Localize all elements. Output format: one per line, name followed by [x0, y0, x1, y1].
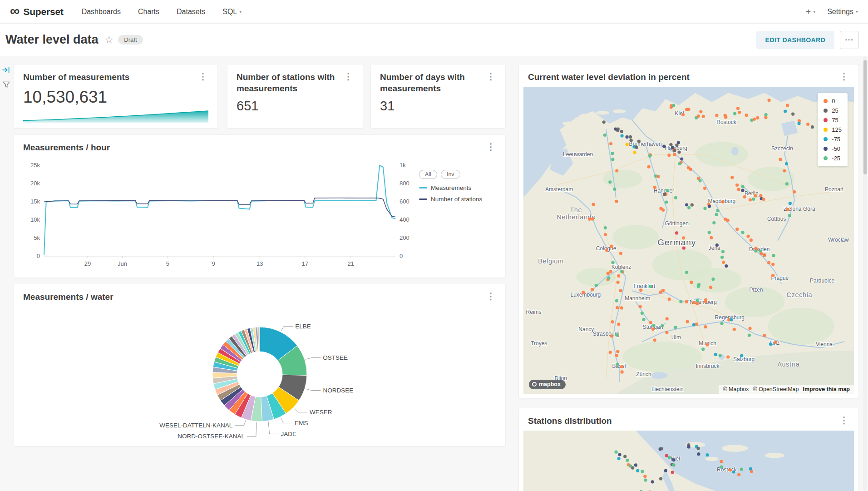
nav-dashboards[interactable]: Dashboards	[82, 8, 121, 16]
chart-title: Measurements / water	[23, 292, 113, 303]
map-attribution: © Mapbox © OpenStreetMap Improve this ma…	[719, 385, 854, 394]
map-label: Poznań	[825, 186, 843, 193]
scrollbar-thumb[interactable]	[863, 60, 867, 174]
nav-charts[interactable]: Charts	[138, 8, 159, 16]
station-dot	[697, 452, 700, 456]
edit-dashboard-button[interactable]: EDIT DASHBOARD	[756, 31, 834, 49]
station-dot	[616, 362, 619, 366]
water-chart-canvas: ELBEOSTSEENORDSEEWESEREMSJADENORD-OSTSEE…	[23, 307, 496, 442]
map-label: Plzeň	[749, 287, 763, 293]
station-dot	[672, 104, 675, 107]
station-dot	[721, 200, 725, 203]
station-dot	[678, 162, 681, 165]
station-dot	[740, 354, 743, 357]
map-label: Czechia	[787, 291, 813, 298]
map-label: Reims	[526, 309, 542, 315]
legend-all-button[interactable]: All	[419, 170, 437, 179]
map-label: Zürich	[636, 371, 651, 377]
map-label: Liechtenstein	[651, 386, 684, 392]
station-dot	[743, 195, 746, 198]
settings-menu[interactable]: Settings ▾	[827, 8, 858, 16]
plus-icon: +	[806, 7, 811, 16]
legend-swatch	[824, 109, 828, 113]
stations-map-canvas[interactable]: KielRostock	[523, 431, 854, 491]
station-dot	[771, 263, 774, 266]
station-dot	[720, 322, 723, 325]
card-measurements-per-hour: Measurements / hour ⋮ 05k10k15k20k25k020…	[14, 134, 506, 278]
station-dot	[696, 446, 700, 450]
station-dot	[649, 285, 652, 288]
deviation-map-canvas[interactable]: LeeuwardenAmsterdamTheNetherlandsBremerh…	[523, 87, 854, 394]
svg-text:5: 5	[166, 260, 169, 267]
station-dot	[660, 447, 663, 450]
legend-swatch	[824, 156, 828, 160]
map-label: Rostock	[716, 119, 736, 125]
station-dot	[715, 213, 718, 216]
station-dot	[611, 320, 614, 323]
pie-label-nordsee: NORDSEE	[323, 387, 353, 394]
station-dot	[609, 351, 612, 354]
station-dot	[685, 300, 688, 303]
station-dot	[699, 179, 702, 182]
station-dot	[661, 208, 665, 211]
station-dot	[692, 301, 695, 304]
station-dot	[721, 250, 725, 253]
superset-logo[interactable]: ∞ Superset	[10, 5, 64, 19]
station-dot	[745, 114, 748, 117]
mapbox-logo[interactable]: mapbox	[529, 380, 566, 389]
station-dot	[623, 455, 626, 458]
station-dot	[708, 204, 711, 208]
improve-map-link[interactable]: Improve this map	[803, 386, 850, 392]
legend-item-number-of-stations[interactable]: Number of stations	[419, 196, 500, 203]
legend-inv-button[interactable]: Inv	[441, 170, 460, 179]
chart-menu-kebab-icon[interactable]: ⋮	[838, 416, 849, 425]
page-scrollbar[interactable]	[863, 56, 867, 491]
station-dot	[710, 236, 713, 239]
svg-text:21: 21	[347, 260, 354, 267]
chart-menu-kebab-icon[interactable]: ⋮	[485, 292, 496, 301]
station-dot	[768, 99, 771, 102]
pie-label-wesel-datteln-kanal: WESEL-DATTELN-KANAL	[159, 422, 233, 429]
chart-menu-kebab-icon[interactable]: ⋮	[343, 72, 354, 81]
station-dot	[756, 116, 759, 119]
station-dot	[682, 236, 685, 239]
station-dot	[716, 209, 719, 212]
station-dot	[608, 180, 612, 184]
station-dot	[604, 233, 607, 236]
station-dot	[674, 326, 677, 329]
osm-attribution-link[interactable]: © OpenStreetMap	[753, 386, 799, 392]
station-dot	[633, 151, 636, 154]
station-dot	[591, 288, 594, 291]
nav-datasets[interactable]: Datasets	[177, 8, 205, 16]
expand-filter-bar-button[interactable]	[2, 66, 10, 74]
favorite-star-icon[interactable]: ☆	[105, 34, 114, 46]
station-dot	[665, 454, 668, 457]
dashboard-more-button[interactable]: ···	[840, 31, 859, 49]
station-dot	[749, 327, 752, 330]
chart-menu-kebab-icon[interactable]: ⋮	[838, 72, 849, 81]
map-label: Austria	[777, 361, 800, 368]
legend-item-measurements[interactable]: Measurements	[419, 184, 500, 191]
chart-menu-kebab-icon[interactable]: ⋮	[197, 72, 208, 81]
svg-text:0: 0	[37, 253, 40, 259]
station-dot	[604, 226, 607, 229]
station-dot	[786, 208, 789, 211]
station-dot	[609, 142, 612, 145]
chart-menu-kebab-icon[interactable]: ⋮	[485, 142, 496, 151]
map-label: Cottbus	[767, 215, 786, 222]
station-dot	[641, 470, 644, 473]
legend-label: 25	[832, 107, 838, 114]
nav-sql[interactable]: SQL ▾	[222, 8, 242, 16]
card-measurements-per-water: Measurements / water ⋮ ELBEOSTSEENORDSEE…	[14, 284, 506, 446]
station-dot	[639, 305, 642, 308]
station-dot	[620, 129, 623, 133]
chart-menu-kebab-icon[interactable]: ⋮	[485, 72, 496, 81]
station-dot	[643, 475, 646, 478]
station-dot	[709, 285, 712, 288]
station-dot	[774, 340, 777, 343]
station-dot	[617, 457, 621, 460]
mapbox-attribution-link[interactable]: © Mapbox	[723, 386, 749, 392]
filter-funnel-icon[interactable]	[2, 80, 10, 89]
new-item-button[interactable]: + ▾	[806, 7, 815, 16]
nav-sql-label: SQL	[222, 8, 237, 16]
